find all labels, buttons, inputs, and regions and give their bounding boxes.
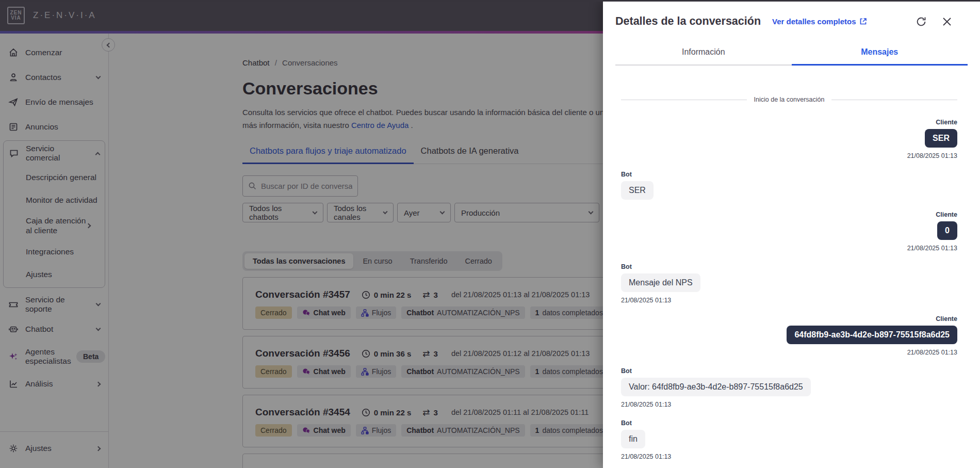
message-sender-label: Bot: [621, 419, 632, 427]
view-full-details-link[interactable]: Ver detalles completos: [772, 17, 867, 26]
conversation-details-drawer: Detalles de la conversación Ver detalles…: [603, 2, 980, 468]
message-bubble: SER: [925, 129, 957, 148]
message-client: Cliente SER 21/08/2025 01:13: [621, 119, 957, 159]
message-bot: Bot fin 21/08/2025 01:13: [621, 419, 957, 460]
divider-line: [621, 100, 747, 100]
message-timestamp: 21/08/2025 01:13: [907, 245, 957, 252]
message-sender-label: Cliente: [936, 119, 957, 126]
message-sender-label: Bot: [621, 263, 632, 270]
external-link-icon: [859, 18, 867, 25]
drawer-tabs: Información Mensajes: [615, 47, 968, 66]
link-label: Ver detalles completos: [772, 17, 856, 26]
message-bot: Bot SER: [621, 171, 957, 200]
message-bubble: fin: [621, 430, 645, 448]
drawer-title: Detalles de la conversación: [615, 15, 761, 28]
message-sender-label: Cliente: [936, 315, 957, 322]
divider-label: Inicio de la conversación: [754, 96, 825, 103]
message-timestamp: 21/08/2025 01:13: [621, 297, 671, 304]
drawer-header: Detalles de la conversación Ver detalles…: [615, 15, 968, 28]
message-bubble: 0: [937, 221, 957, 240]
message-bot: Bot Valor: 64fd8fb9-ae3b-4d2e-b897-75515…: [621, 367, 957, 408]
messages-panel: Inicio de la conversación Cliente SER 21…: [615, 96, 968, 468]
message-client: Cliente 64fd8fb9-ae3b-4d2e-b897-75515f8a…: [621, 315, 957, 356]
message-bubble: Mensaje del NPS: [621, 273, 700, 292]
app-window: ZEN VIA Z·E·N·V·I·A Comenzar Contactos: [0, 0, 980, 468]
message-bubble: Valor: 64fd8fb9-ae3b-4d2e-b897-75515f8a6…: [621, 378, 811, 396]
message-bot: Bot Mensaje del NPS 21/08/2025 01:13: [621, 263, 957, 304]
message-sender-label: Bot: [621, 367, 632, 375]
message-bubble: 64fd8fb9-ae3b-4d2e-b897-75515f8a6d25: [787, 326, 957, 344]
modal-backdrop[interactable]: [0, 0, 603, 468]
message-timestamp: 21/08/2025 01:13: [621, 453, 671, 460]
refresh-button[interactable]: [915, 15, 927, 28]
message-sender-label: Cliente: [936, 211, 957, 218]
window-top-edge: [0, 0, 980, 2]
message-timestamp: 21/08/2025 01:13: [907, 349, 957, 356]
message-client: Cliente 0 21/08/2025 01:13: [621, 211, 957, 252]
close-button[interactable]: [941, 15, 953, 28]
conversation-start-divider: Inicio de la conversación: [621, 96, 957, 103]
drawer-actions: [915, 15, 953, 28]
drawer-tab-mensajes[interactable]: Mensajes: [792, 47, 968, 66]
message-timestamp: 21/08/2025 01:13: [621, 401, 671, 408]
drawer-tab-informacion[interactable]: Información: [615, 47, 792, 66]
message-bubble: SER: [621, 181, 654, 200]
divider-line: [831, 100, 957, 100]
message-sender-label: Bot: [621, 171, 632, 178]
message-timestamp: 21/08/2025 01:13: [907, 152, 957, 159]
